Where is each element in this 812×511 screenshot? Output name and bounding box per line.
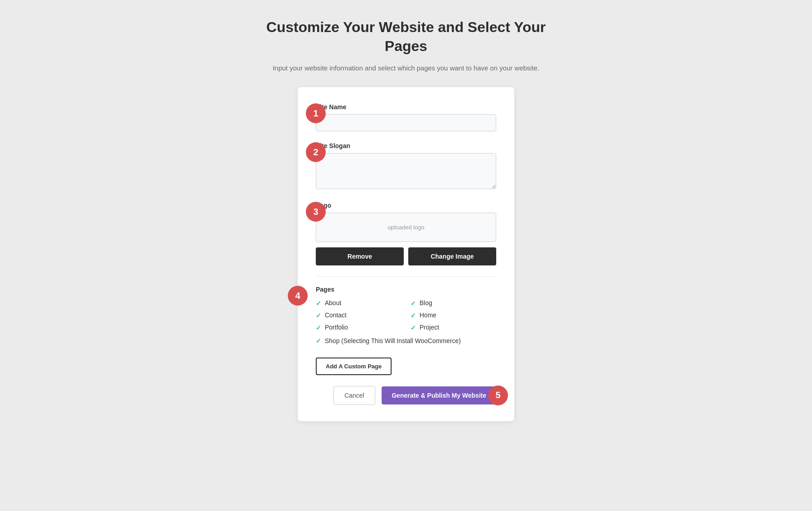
about-label: About [325, 299, 341, 307]
pages-section: 4 Pages ✓ About ✓ Blog ✓ Contact ✓ Home … [316, 286, 496, 375]
step-2-badge: 2 [306, 142, 326, 162]
project-label: Project [420, 324, 439, 331]
portfolio-label: Portfolio [325, 324, 348, 331]
site-name-input[interactable] [316, 114, 496, 131]
step-1-badge: 1 [306, 103, 326, 123]
page-item-contact: ✓ Contact [316, 311, 401, 319]
form-card: 1 Site Name 2 Site Slogan 3 Logo uploade… [298, 87, 514, 421]
shop-check-icon: ✓ [316, 337, 321, 344]
blog-check-icon: ✓ [411, 300, 416, 307]
logo-section: 3 Logo uploaded logo Remove Change Image [316, 202, 496, 265]
contact-check-icon: ✓ [316, 312, 321, 319]
form-footer: Cancel Generate & Publish My Website 5 [316, 386, 496, 405]
site-slogan-label: Site Slogan [316, 142, 496, 149]
contact-label: Contact [325, 311, 346, 319]
site-name-section: 1 Site Name [316, 103, 496, 131]
change-image-button[interactable]: Change Image [408, 247, 496, 265]
cancel-button[interactable]: Cancel [333, 386, 376, 405]
page-subtitle: Input your website information and selec… [248, 63, 564, 74]
shop-label: Shop (Selecting This Will Install WooCom… [325, 337, 461, 346]
home-check-icon: ✓ [411, 312, 416, 319]
page-item-shop: ✓ Shop (Selecting This Will Install WooC… [316, 337, 496, 346]
page-title: Customize Your Website and Select Your P… [248, 18, 564, 56]
step-5-badge: 5 [488, 386, 508, 405]
pages-grid: ✓ About ✓ Blog ✓ Contact ✓ Home ✓ Portfo… [316, 299, 496, 331]
logo-buttons: Remove Change Image [316, 247, 496, 265]
site-slogan-input[interactable] [316, 153, 496, 189]
page-item-about: ✓ About [316, 299, 401, 307]
step-4-badge: 4 [288, 286, 308, 306]
step-3-badge: 3 [306, 202, 326, 222]
site-slogan-section: 2 Site Slogan [316, 142, 496, 191]
pages-label: Pages [316, 286, 496, 293]
logo-label: Logo [316, 202, 496, 209]
remove-button[interactable]: Remove [316, 247, 404, 265]
site-name-label: Site Name [316, 103, 496, 111]
page-item-home: ✓ Home [411, 311, 496, 319]
home-label: Home [420, 311, 436, 319]
page-item-project: ✓ Project [411, 324, 496, 331]
page-item-portfolio: ✓ Portfolio [316, 324, 401, 331]
divider [316, 276, 496, 277]
portfolio-check-icon: ✓ [316, 324, 321, 331]
add-custom-page-button[interactable]: Add A Custom Page [316, 358, 392, 375]
about-check-icon: ✓ [316, 300, 321, 307]
logo-placeholder-text: uploaded logo [388, 224, 424, 231]
blog-label: Blog [420, 299, 432, 307]
project-check-icon: ✓ [411, 324, 416, 331]
logo-preview: uploaded logo [316, 213, 496, 242]
generate-button[interactable]: Generate & Publish My Website [382, 386, 496, 404]
page-header: Customize Your Website and Select Your P… [248, 18, 564, 74]
page-item-blog: ✓ Blog [411, 299, 496, 307]
